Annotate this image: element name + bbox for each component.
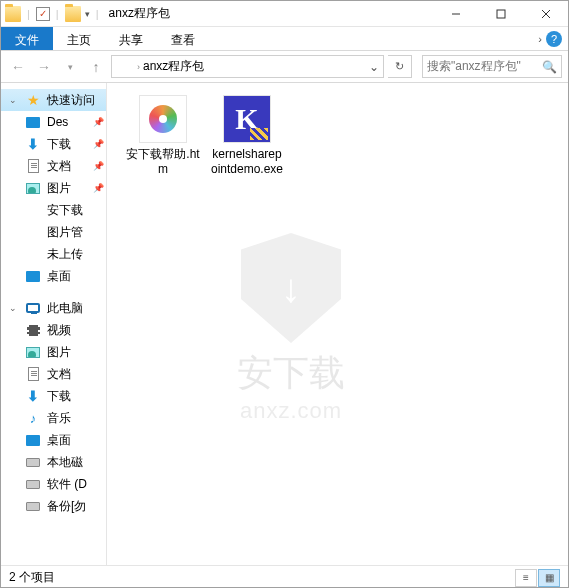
pic-icon [25, 180, 41, 196]
file-pane[interactable]: ↓ 安下载 anxz.com 安下载帮助.htm K kernelsharepo… [107, 83, 568, 565]
star-icon: ★ [25, 92, 41, 108]
navbar: ← → ▾ ↑ › anxz程序包 ⌄ ↻ 搜索"anxz程序包" 🔍 [1, 51, 568, 83]
qat-dropdown-icon[interactable]: ▾ [85, 9, 90, 19]
sidebar-item[interactable]: 本地磁 [1, 451, 106, 473]
sidebar-item-label: 备份[勿 [47, 498, 86, 515]
svg-rect-1 [497, 10, 505, 18]
sidebar-item[interactable]: ⬇ 下载 [1, 385, 106, 407]
window-controls [433, 1, 568, 27]
shield-icon: ↓ [241, 233, 341, 343]
qat-separator: | [96, 8, 99, 20]
desktop-icon [25, 432, 41, 448]
sidebar-item-label: 此电脑 [47, 300, 83, 317]
ribbon-collapse[interactable]: › ? [532, 27, 568, 50]
pin-icon: 📌 [93, 161, 104, 171]
file-name: kernelsharepointdemo.exe [209, 147, 285, 177]
qat-separator: | [27, 8, 30, 20]
watermark-text: 安下载 [237, 349, 345, 398]
view-toggles: ≡ ▦ [515, 569, 560, 587]
doc-icon [25, 158, 41, 174]
sidebar-item[interactable]: ⬇ 下载📌 [1, 133, 106, 155]
search-icon: 🔍 [542, 60, 557, 74]
sidebar-item[interactable]: 软件 (D [1, 473, 106, 495]
sidebar-item[interactable]: 图片管 [1, 221, 106, 243]
down-icon: ⬇ [25, 136, 41, 152]
up-button[interactable]: ↑ [85, 56, 107, 78]
quick-access-toolbar: | ✓ | ▾ | [5, 6, 103, 22]
maximize-button[interactable] [478, 1, 523, 27]
collapse-icon[interactable]: ⌄ [9, 95, 19, 105]
file-item[interactable]: K kernelsharepointdemo.exe [209, 95, 285, 177]
drive-icon [25, 476, 41, 492]
chevron-right-icon[interactable]: › [137, 62, 140, 72]
checkbox-icon[interactable]: ✓ [36, 7, 50, 21]
file-item[interactable]: 安下载帮助.htm [125, 95, 201, 177]
pic-icon [25, 344, 41, 360]
chevron-down-icon: ⌄ [369, 60, 379, 74]
breadcrumb[interactable]: anxz程序包 [143, 58, 204, 75]
sidebar-item-label: 文档 [47, 366, 71, 383]
sidebar-item[interactable]: 文档📌 [1, 155, 106, 177]
minimize-button[interactable] [433, 1, 478, 27]
sidebar-item-label: 下载 [47, 136, 71, 153]
doc-icon [25, 366, 41, 382]
close-button[interactable] [523, 1, 568, 27]
back-button[interactable]: ← [7, 56, 29, 78]
sidebar-item[interactable]: Des📌 [1, 111, 106, 133]
window-title: anxz程序包 [109, 5, 170, 22]
sidebar-item-label: Des [47, 115, 68, 129]
refresh-button[interactable]: ↻ [388, 55, 412, 78]
sidebar-item-label: 软件 (D [47, 476, 87, 493]
drive-icon [25, 498, 41, 514]
sidebar-item[interactable]: 图片 [1, 341, 106, 363]
htm-file-icon [139, 95, 187, 143]
statusbar: 2 个项目 ≡ ▦ [1, 565, 568, 588]
sidebar-item[interactable]: 备份[勿 [1, 495, 106, 517]
pin-icon: 📌 [93, 183, 104, 193]
recent-dropdown-icon[interactable]: ▾ [59, 56, 81, 78]
tab-home[interactable]: 主页 [53, 27, 105, 50]
sidebar-item[interactable]: 未上传 [1, 243, 106, 265]
sidebar-item-label: 文档 [47, 158, 71, 175]
tab-share[interactable]: 共享 [105, 27, 157, 50]
pin-icon: 📌 [93, 139, 104, 149]
sidebar-item-label: 视频 [47, 322, 71, 339]
sidebar-item[interactable]: ♪ 音乐 [1, 407, 106, 429]
folder-icon [25, 246, 41, 262]
icons-view-button[interactable]: ▦ [538, 569, 560, 587]
folder-icon [5, 6, 21, 22]
sidebar-item-label: 图片 [47, 344, 71, 361]
content: ⌄ ★ 快速访问 Des📌 ⬇ 下载📌 文档📌 图片📌 安下载 图片管 [1, 83, 568, 565]
details-view-button[interactable]: ≡ [515, 569, 537, 587]
sidebar-item[interactable]: 桌面 [1, 265, 106, 287]
desktop-icon [25, 268, 41, 284]
tab-view[interactable]: 查看 [157, 27, 209, 50]
address-bar[interactable]: › anxz程序包 ⌄ [111, 55, 384, 78]
sidebar-item[interactable]: 视频 [1, 319, 106, 341]
file-name: 安下载帮助.htm [125, 147, 201, 177]
sidebar-item[interactable]: 图片📌 [1, 177, 106, 199]
sidebar-item[interactable]: 文档 [1, 363, 106, 385]
forward-button[interactable]: → [33, 56, 55, 78]
sidebar-item-label: 桌面 [47, 432, 71, 449]
drive-icon [25, 454, 41, 470]
sidebar-item-label: 本地磁 [47, 454, 83, 471]
search-input[interactable]: 搜索"anxz程序包" 🔍 [422, 55, 562, 78]
sidebar-item-label: 图片管 [47, 224, 83, 241]
folder-icon [116, 60, 132, 74]
item-count: 2 个项目 [9, 569, 55, 586]
collapse-icon[interactable]: ⌄ [9, 303, 19, 313]
qat-separator: | [56, 8, 59, 20]
sidebar: ⌄ ★ 快速访问 Des📌 ⬇ 下载📌 文档📌 图片📌 安下载 图片管 [1, 83, 107, 565]
sidebar-item[interactable]: 桌面 [1, 429, 106, 451]
sidebar-item-label: 桌面 [47, 268, 71, 285]
exe-file-icon: K [223, 95, 271, 143]
help-icon[interactable]: ? [546, 31, 562, 47]
address-dropdown[interactable]: ⌄ [369, 60, 379, 74]
titlebar: | ✓ | ▾ | anxz程序包 [1, 1, 568, 27]
folder-icon[interactable] [65, 6, 81, 22]
sidebar-quick-access[interactable]: ⌄ ★ 快速访问 [1, 89, 106, 111]
sidebar-item[interactable]: 安下载 [1, 199, 106, 221]
sidebar-this-pc[interactable]: ⌄ 此电脑 [1, 297, 106, 319]
tab-file[interactable]: 文件 [1, 27, 53, 50]
